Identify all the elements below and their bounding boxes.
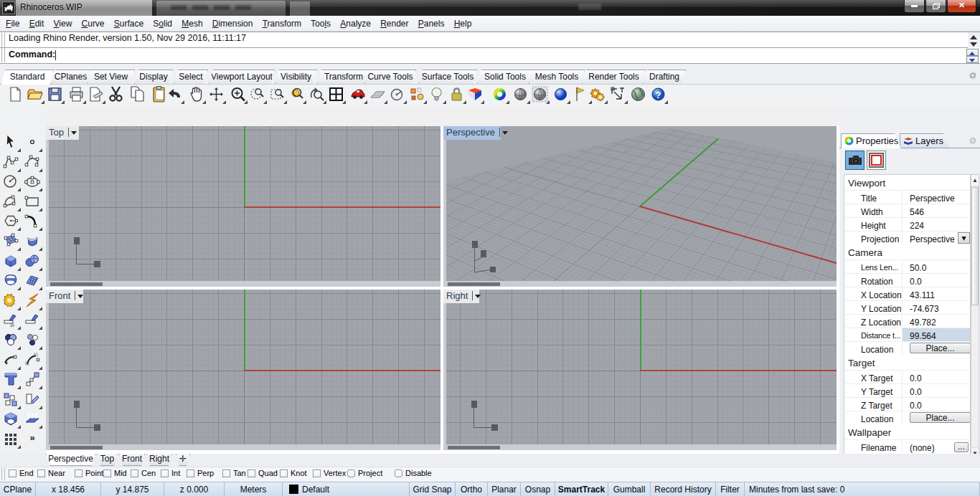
svg-text:?: ? (656, 90, 661, 100)
